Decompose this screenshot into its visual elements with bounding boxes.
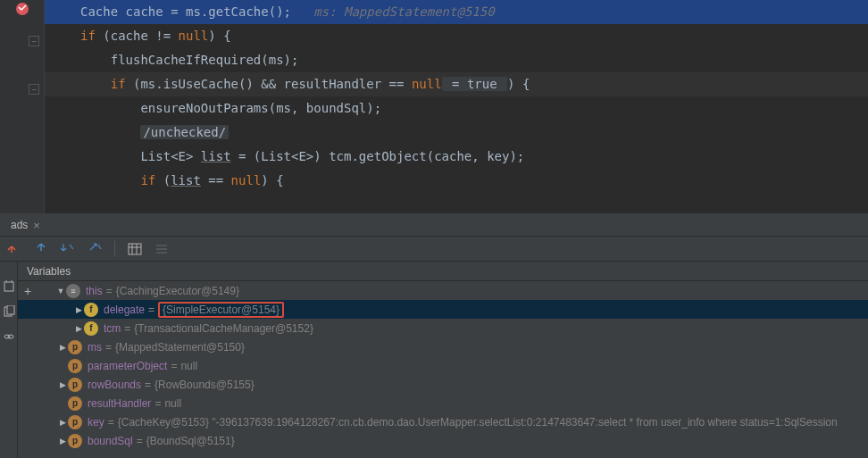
field-icon: f [84,303,98,317]
equals-text: = [154,397,161,410]
code-line[interactable]: if (ms.isUseCache() && resultHandler == … [45,72,868,96]
code-text: (ms.isUseCache() && resultHandler == [126,77,412,91]
svg-rect-0 [129,244,141,254]
fold-marker-icon[interactable]: − [29,84,39,95]
memory-icon[interactable] [2,279,16,294]
expand-arrow-icon[interactable]: ▶ [57,380,68,389]
toolbar-separator [114,241,115,257]
expand-arrow-icon[interactable]: ▶ [57,437,68,446]
code-line[interactable]: ensureNoOutParams(ms, boundSql); [45,96,868,121]
variable-name: ms [88,341,102,354]
code-line[interactable]: /unchecked/ [45,121,868,145]
keyword: null [412,77,442,91]
suppress-badge: /unchecked/ [140,125,229,139]
variable-name: boundSql [88,435,133,447]
editor-gutter[interactable]: − − [0,0,45,213]
variable-row-delegate[interactable]: ▶ f delegate = {SimpleExecutor@5154} [18,300,868,319]
keyword: null [179,29,209,43]
copy-icon[interactable] [2,304,16,319]
debug-panel: Variables + ▼ ≡ this = {CachingExecutor@… [0,262,868,458]
tab-label: ads [11,219,28,231]
variable-value: {CachingExecutor@5149} [116,285,239,297]
fold-marker-icon[interactable]: − [29,36,39,46]
debug-tab-bar: ads × [0,214,868,237]
variable-name: parameterObject [88,360,167,372]
close-icon[interactable]: × [33,219,40,232]
equals-text: = [124,322,130,335]
variable-name: resultHandler [88,397,151,410]
code-text: list [171,173,201,187]
step-into-icon[interactable] [34,242,48,256]
add-watch-icon[interactable]: + [18,284,38,298]
code-text: List<E> [80,149,201,163]
variables-header: Variables [18,262,868,281]
code-text: == [201,173,231,187]
variable-name: delegate [104,304,145,316]
expand-arrow-icon[interactable]: ▶ [57,343,68,352]
variable-row-parameterobject[interactable]: ▶ p parameterObject = null [18,356,868,375]
code-text: Cache cache = ms.getCache(); [80,4,291,19]
param-icon: p [68,359,82,373]
code-text: ) { [507,77,530,91]
code-text: ) { [261,173,283,187]
code-text: ( [155,173,171,187]
equals-text: = [145,379,151,391]
variables-tree[interactable]: + ▼ ≡ this = {CachingExecutor@5149} ▶ f … [18,281,868,458]
variable-name: key [88,416,104,429]
expand-arrow-icon[interactable]: ▶ [57,418,68,427]
variables-label: Variables [27,265,71,278]
code-line[interactable]: Cache cache = ms.getCache(); ms: MappedS… [45,0,868,24]
field-icon: f [84,321,98,336]
equals-text: = [108,416,114,429]
force-step-into-icon[interactable] [61,242,75,256]
expand-arrow-icon[interactable]: ▶ [73,305,84,314]
link-icon[interactable] [2,329,16,344]
variable-name: rowBounds [88,379,141,391]
code-content[interactable]: Cache cache = ms.getCache(); ms: MappedS… [45,0,868,213]
code-text: = (List<E>) tcm.getObject(cache, key); [231,149,525,163]
highlighted-value: {SimpleExecutor@5154} [158,302,284,318]
code-line[interactable]: if (list == null) { [45,169,868,193]
code-line[interactable]: List<E> list = (List<E>) tcm.getObject(c… [45,145,868,169]
param-icon: p [68,340,82,354]
variable-value: null [180,360,197,372]
variable-row-boundsql[interactable]: ▶ p boundSql = {BoundSql@5151} [18,431,868,450]
expand-arrow-icon[interactable]: ▶ [73,324,84,333]
code-text: ) { [208,29,230,43]
param-icon: p [68,434,82,448]
variable-row-resulthandler[interactable]: ▶ p resultHandler = null [18,394,868,412]
tab-threads[interactable]: ads × [4,215,47,236]
svg-point-13 [8,335,13,338]
variable-value: {TransactionalCacheManager@5152} [134,322,313,335]
step-over-icon[interactable] [7,242,21,256]
step-out-icon[interactable] [88,242,102,256]
variable-row-this[interactable]: + ▼ ≡ this = {CachingExecutor@5149} [18,281,868,300]
variable-value: {BoundSql@5151} [146,435,235,447]
equals-text: = [171,360,177,372]
param-icon: p [68,415,82,429]
equals-text: = [106,285,113,297]
expand-arrow-icon[interactable]: ▼ [55,287,66,296]
variable-row-tcm[interactable]: ▶ f tcm = {TransactionalCacheManager@515… [18,319,868,337]
svg-rect-11 [7,305,14,314]
equals-text: = [148,304,154,316]
variable-value: {RowBounds@5155} [154,379,255,391]
keyword: null [231,173,262,187]
variable-value: {MappedStatement@5150} [115,341,245,354]
evaluate-icon[interactable] [128,242,142,256]
code-text: ensureNoOutParams(ms, boundSql); [80,101,381,115]
variable-row-key[interactable]: ▶ p key = {CacheKey@5153} "-396137639:19… [18,412,868,431]
breakpoint-marker[interactable] [16,3,29,15]
keyword: if [80,29,96,43]
object-icon: ≡ [66,284,80,298]
keyword: if [111,77,126,91]
variable-row-ms[interactable]: ▶ p ms = {MappedStatement@5150} [18,337,868,356]
settings-icon[interactable] [154,242,169,256]
param-icon: p [68,396,82,411]
code-editor[interactable]: − − Cache cache = ms.getCache(); ms: Map… [0,0,868,214]
code-line[interactable]: flushCacheIfRequired(ms); [45,48,868,72]
variable-row-rowbounds[interactable]: ▶ p rowBounds = {RowBounds@5155} [18,375,868,394]
code-line[interactable]: if (cache != null) { [45,24,868,48]
inline-hint: ms: MappedStatement@5150 [291,4,495,19]
code-text: list [201,149,231,163]
